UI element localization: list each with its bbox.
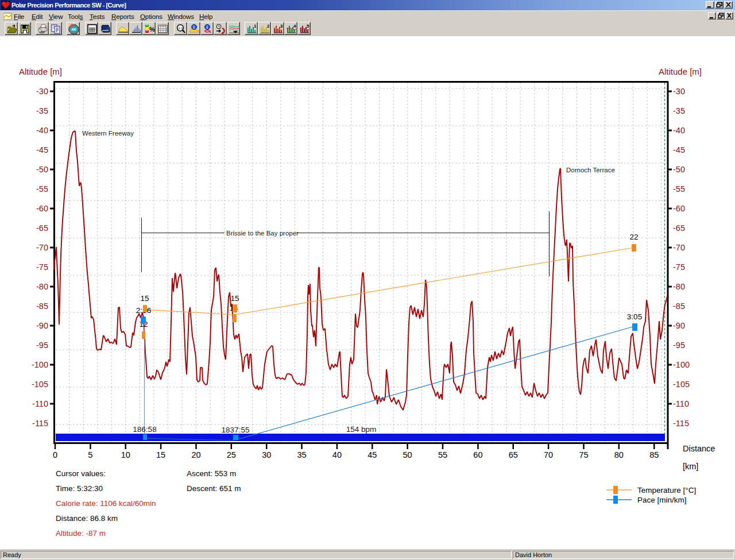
svg-text:-90: -90 (36, 321, 48, 330)
svg-text:-40: -40 (673, 126, 685, 135)
svg-text:1: 1 (254, 24, 257, 29)
svg-text:35: 35 (297, 450, 306, 459)
svg-text:1:1: 1:1 (178, 26, 183, 30)
svg-text:%: % (149, 26, 155, 33)
svg-text:Distance: 86.8 km: Distance: 86.8 km (56, 514, 118, 523)
svg-text:70: 70 (544, 450, 553, 459)
svg-text:85: 85 (649, 450, 659, 459)
svg-text:-90: -90 (673, 321, 685, 330)
svg-text:15: 15 (156, 450, 165, 459)
svg-text:-80: -80 (673, 282, 685, 291)
svg-text:Pace [min/km]: Pace [min/km] (637, 496, 687, 504)
svg-text:30: 30 (262, 450, 271, 459)
svg-text:0: 0 (53, 450, 57, 459)
svg-text:-75: -75 (36, 262, 48, 272)
svg-text:-105: -105 (32, 380, 48, 389)
svg-text:-110: -110 (32, 399, 48, 408)
svg-text:-65: -65 (673, 223, 685, 233)
svg-text:-60: -60 (673, 204, 685, 213)
svg-text:-105: -105 (673, 380, 690, 389)
svg-text:-85: -85 (673, 302, 685, 311)
svg-text:-100: -100 (32, 360, 48, 369)
svg-text:-95: -95 (673, 341, 685, 350)
svg-text:50: 50 (403, 450, 412, 459)
svg-text:-30: -30 (36, 87, 48, 96)
svg-text:10: 10 (121, 450, 130, 459)
svg-text:Dornoch Terrace: Dornoch Terrace (566, 167, 615, 173)
svg-text:Brissie to the Bay proper: Brissie to the Bay proper (226, 230, 299, 237)
svg-text:Altitude [m]: Altitude [m] (659, 67, 702, 76)
svg-text:-55: -55 (673, 184, 685, 194)
svg-text:-60: -60 (36, 204, 48, 213)
svg-text:55: 55 (438, 450, 447, 459)
svg-text:-100: -100 (673, 360, 690, 369)
svg-text:186:58: 186:58 (133, 425, 156, 434)
svg-text:-115: -115 (673, 419, 689, 428)
svg-text:22: 22 (629, 233, 638, 241)
svg-text:-110: -110 (673, 399, 689, 408)
svg-text:Western Freeway: Western Freeway (82, 130, 134, 137)
svg-text:-35: -35 (36, 106, 48, 115)
svg-text:-40: -40 (36, 126, 48, 135)
svg-text:[km]: [km] (683, 462, 698, 471)
svg-text:Time: 5:32:30: Time: 5:32:30 (56, 484, 103, 493)
svg-text:1837:55: 1837:55 (222, 426, 250, 434)
svg-text:-45: -45 (36, 145, 48, 155)
svg-text:3: 3 (280, 24, 283, 29)
svg-text:-115: -115 (32, 419, 48, 428)
svg-text:5: 5 (307, 24, 310, 29)
svg-text:15: 15 (230, 294, 239, 303)
svg-text:Descent: 651 m: Descent: 651 m (187, 484, 241, 493)
svg-text:-80: -80 (36, 282, 48, 291)
svg-text:65: 65 (509, 450, 518, 459)
svg-text:-85: -85 (36, 302, 48, 311)
svg-text:Ascent: 553 m: Ascent: 553 m (187, 469, 236, 478)
svg-text:45: 45 (368, 450, 377, 459)
svg-text:Cursor values:: Cursor values: (56, 469, 106, 478)
svg-text:5: 5 (88, 450, 92, 459)
svg-text:60: 60 (473, 450, 482, 459)
svg-text:15: 15 (140, 294, 149, 303)
svg-text:Calorie rate: 1106 kcal/60min: Calorie rate: 1106 kcal/60min (56, 499, 156, 508)
svg-text:25: 25 (227, 450, 236, 459)
svg-text:154 bpm: 154 bpm (346, 425, 377, 434)
svg-text:-50: -50 (673, 165, 685, 174)
svg-text:-70: -70 (36, 243, 48, 252)
svg-text:Distance: Distance (683, 444, 715, 453)
svg-text:-30: -30 (673, 87, 685, 96)
svg-text:-65: -65 (36, 223, 48, 233)
svg-text:75: 75 (579, 450, 588, 459)
svg-text:-55: -55 (36, 184, 48, 194)
svg-text:4: 4 (293, 24, 296, 29)
svg-text:40: 40 (332, 450, 342, 459)
svg-text:Altitude [m]: Altitude [m] (19, 67, 62, 76)
svg-text:-75: -75 (673, 262, 685, 272)
svg-text:-95: -95 (36, 341, 48, 350)
svg-text:Temperature [°C]: Temperature [°C] (637, 486, 696, 495)
svg-text:Altitude: -87 m: Altitude: -87 m (56, 529, 106, 538)
svg-text:-70: -70 (673, 243, 685, 252)
svg-text:-35: -35 (673, 106, 685, 115)
svg-text:-50: -50 (36, 165, 48, 174)
svg-text:2: 2 (267, 24, 270, 29)
svg-text:-45: -45 (673, 145, 685, 155)
svg-text:80: 80 (614, 450, 624, 459)
svg-text:20: 20 (191, 450, 200, 459)
svg-text:3:05: 3:05 (627, 312, 642, 321)
